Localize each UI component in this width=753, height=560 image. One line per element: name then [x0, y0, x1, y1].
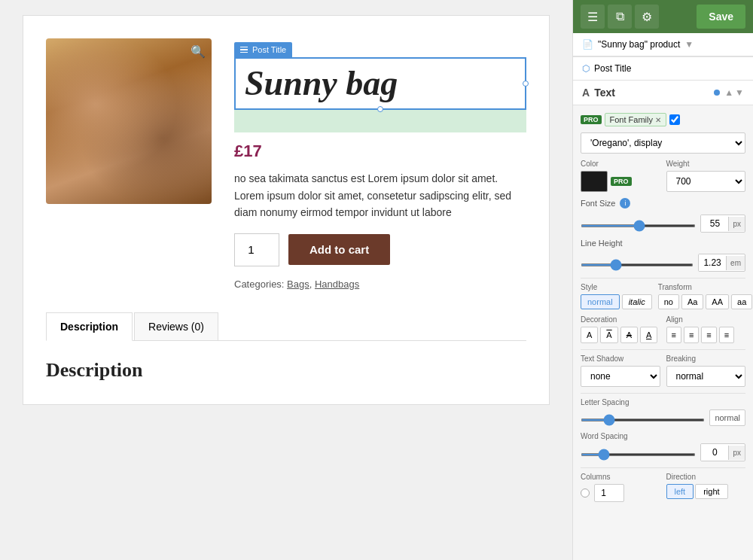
align-left-btn[interactable]: ≡ — [666, 327, 681, 343]
letter-spacing-value: normal — [710, 410, 745, 425]
product-title-box[interactable]: Sunny bag — [234, 57, 526, 111]
deco-line-through-btn[interactable]: A — [620, 327, 638, 343]
font-size-number: px — [700, 215, 745, 233]
categories-label: Categories: — [234, 278, 284, 290]
style-italic-btn[interactable]: italic — [622, 294, 652, 309]
divider-3 — [581, 393, 745, 394]
style-col: Style normal italic — [581, 283, 652, 309]
transform-AA-btn[interactable]: AA — [706, 294, 729, 309]
text-icon: A — [582, 87, 590, 99]
add-to-cart-button[interactable]: Add to cart — [288, 234, 390, 265]
direction-left-btn[interactable]: left — [666, 484, 694, 499]
word-spacing-row: Word Spacing px — [581, 432, 745, 461]
color-swatch[interactable] — [581, 171, 608, 192]
transform-aa-btn[interactable]: Aa — [681, 294, 703, 309]
breaking-label: Breaking — [666, 355, 746, 363]
section-title-row: A Text — [582, 87, 615, 99]
menu-icon — [240, 47, 248, 53]
font-size-input[interactable] — [701, 215, 728, 232]
letter-spacing-row: Letter Spacing normal — [581, 398, 745, 426]
align-col: Align ≡ ≡ ≡ ≡ — [666, 315, 746, 343]
page-icon: 📄 — [582, 39, 593, 50]
font-family-remove[interactable]: ✕ — [655, 116, 661, 124]
breadcrumb-separator: ▼ — [684, 39, 694, 50]
style-normal-btn[interactable]: normal — [581, 294, 620, 309]
columns-direction-row: Columns Direction left right — [581, 473, 745, 502]
deco-underline-btn[interactable]: A — [640, 327, 657, 343]
word-spacing-input[interactable] — [701, 444, 728, 461]
decoration-btn-group: A A A A — [581, 327, 660, 343]
main-content: 🔍 Post Title Sunny bag £17 — [0, 0, 572, 560]
save-button[interactable]: Save — [697, 5, 745, 29]
decoration-label: Decoration — [581, 315, 660, 324]
nav-down-arrow[interactable]: ▼ — [735, 87, 744, 98]
style-transform-row: Style normal italic Transform no Aa AA a… — [581, 283, 745, 309]
tab-reviews[interactable]: Reviews (0) — [134, 312, 218, 340]
panel-section-header: A Text ▲ ▼ — [573, 81, 753, 105]
columns-input[interactable] — [594, 484, 624, 502]
weight-select[interactable]: 700 — [666, 171, 746, 192]
deco-none-btn[interactable]: A — [581, 327, 598, 343]
font-family-select[interactable]: 'Oregano', display — [581, 132, 745, 154]
columns-radio[interactable] — [581, 488, 590, 498]
letter-spacing-number: normal — [709, 409, 745, 426]
deco-overline-btn[interactable]: A — [600, 327, 617, 343]
letter-spacing-label: Letter Spacing — [581, 398, 745, 406]
transform-no-btn[interactable]: no — [658, 294, 679, 309]
font-size-slider-row: px — [581, 215, 745, 233]
category-bags[interactable]: Bags — [287, 278, 309, 290]
title-handle-right[interactable] — [523, 81, 529, 87]
transform-aa-lower-btn[interactable]: aa — [731, 294, 752, 309]
section-nav: ▲ ▼ — [714, 87, 744, 98]
breaking-col: Breaking normal — [666, 355, 746, 387]
title-handle-bottom[interactable] — [377, 106, 383, 112]
word-spacing-label: Word Spacing — [581, 432, 745, 440]
breadcrumb-child[interactable]: Post Title — [594, 63, 631, 74]
tab-description[interactable]: Description — [46, 312, 133, 341]
panel-body: PRO Font Family ✕ 'Oregano', display Col… — [573, 105, 753, 560]
copy-icon[interactable]: ⧉ — [608, 5, 632, 29]
quantity-input[interactable] — [234, 233, 279, 266]
align-center-btn[interactable]: ≡ — [684, 327, 699, 343]
direction-right-btn[interactable]: right — [695, 484, 727, 499]
word-spacing-slider[interactable] — [581, 453, 696, 456]
product-details: Post Title Sunny bag £17 no sea takimata… — [234, 38, 526, 290]
weight-col: Weight 700 — [666, 160, 746, 192]
align-btn-group: ≡ ≡ ≡ ≡ — [666, 327, 746, 343]
text-shadow-select[interactable]: none — [581, 366, 660, 387]
breaking-select[interactable]: normal — [666, 366, 746, 387]
font-family-row: PRO Font Family ✕ — [581, 113, 745, 126]
font-size-slider-wrap — [581, 218, 696, 230]
decoration-align-row: Decoration A A A A Align ≡ ≡ ≡ ≡ — [581, 315, 745, 343]
line-height-slider[interactable] — [581, 263, 694, 266]
post-title-label: Post Title — [252, 45, 286, 54]
product-image-inner — [46, 38, 212, 204]
align-right-btn[interactable]: ≡ — [701, 327, 716, 343]
toolbar-icons: ☰ ⧉ ⚙ — [581, 5, 659, 29]
add-to-cart-row: Add to cart — [234, 233, 526, 266]
font-size-row: Font Size i — [581, 198, 745, 208]
panel-toolbar: ☰ ⧉ ⚙ Save — [573, 0, 753, 33]
line-height-unit: em — [726, 256, 745, 270]
letter-spacing-slider[interactable] — [581, 418, 705, 422]
nav-up-arrow[interactable]: ▲ — [724, 87, 733, 98]
sliders-icon[interactable]: ⚙ — [635, 5, 659, 29]
align-justify-btn[interactable]: ≡ — [719, 327, 734, 343]
zoom-icon[interactable]: 🔍 — [191, 44, 206, 59]
page-wrapper: 🔍 Post Title Sunny bag £17 — [23, 15, 550, 405]
color-col: Color PRO — [581, 160, 660, 192]
font-family-checkbox[interactable] — [669, 114, 680, 125]
direction-btn-group: left right — [666, 484, 746, 499]
transform-col: Transform no Aa AA aa — [658, 283, 753, 309]
line-height-input[interactable] — [699, 254, 726, 271]
word-spacing-number: px — [700, 443, 745, 461]
pro-badge-color: PRO — [611, 177, 632, 186]
align-label: Align — [666, 315, 746, 324]
letter-spacing-slider-wrap — [581, 412, 705, 424]
font-size-slider[interactable] — [581, 224, 696, 227]
product-price: £17 — [234, 142, 526, 161]
hamburger-icon[interactable]: ☰ — [581, 5, 605, 29]
category-handbags[interactable]: Handbags — [315, 278, 359, 290]
divider-2 — [581, 349, 745, 350]
breadcrumb-parent[interactable]: "Sunny bag" product — [598, 39, 680, 50]
